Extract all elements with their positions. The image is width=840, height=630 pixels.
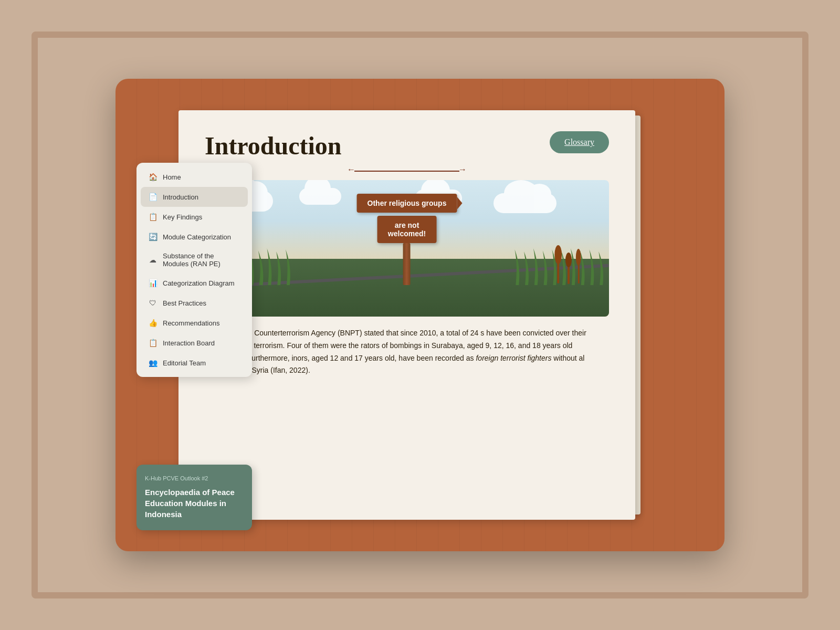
sidebar-label-interaction-board: Interaction Board <box>163 339 215 347</box>
cloud-2 <box>299 188 341 205</box>
sign-bottom: are not welcomed! <box>377 216 436 243</box>
team-icon: 👥 <box>148 358 158 368</box>
board-icon: 📋 <box>148 338 158 348</box>
sign-top: Other religious groups <box>357 194 457 213</box>
shield-icon: 🛡 <box>148 298 158 308</box>
cloud-3 <box>494 193 556 213</box>
outer-border: Introduction Glossary <box>32 32 808 598</box>
app-window: Introduction Glossary <box>116 79 724 551</box>
sidebar-item-recommendations[interactable]: 👍 Recommendations <box>141 313 248 333</box>
home-icon: 🏠 <box>148 172 158 182</box>
page-title: Introduction <box>205 131 342 160</box>
thumbsup-icon: 👍 <box>148 318 158 328</box>
sidebar-item-key-findings[interactable]: 📋 Key Findings <box>141 207 248 227</box>
sidebar-label-module-cat: Module Categorization <box>163 233 231 241</box>
sidebar-item-introduction[interactable]: 📄 Introduction <box>141 187 248 207</box>
sidebar-label-diagram: Categorization Diagram <box>163 279 235 287</box>
sidebar-item-interaction-board[interactable]: 📋 Interaction Board <box>141 333 248 353</box>
sidebar-label-home: Home <box>163 173 181 181</box>
paper-header: Introduction Glossary <box>205 131 609 160</box>
bottom-card-title: Encyclopaedia of Peace Education Modules… <box>145 487 244 520</box>
chart-icon: 📊 <box>148 278 158 288</box>
sidebar-item-editorial-team[interactable]: 👥 Editorial Team <box>141 353 248 373</box>
grass-svg <box>205 243 609 285</box>
sidebar-item-substance[interactable]: ☁ Substance of the Modules (RAN PE) <box>141 247 248 273</box>
glossary-button[interactable]: Glossary <box>550 131 609 153</box>
sidebar-label-introduction: Introduction <box>163 193 198 201</box>
svg-point-7 <box>554 245 562 264</box>
bottom-card: K-Hub PCVE Outlook #2 Encyclopaedia of P… <box>136 465 252 530</box>
sidebar-item-diagram[interactable]: 📊 Categorization Diagram <box>141 273 248 293</box>
bottom-card-label: K-Hub PCVE Outlook #2 <box>145 475 244 481</box>
svg-point-11 <box>576 249 581 266</box>
cycle-icon: 🔄 <box>148 232 158 242</box>
arrow-line <box>354 171 459 172</box>
clipboard-icon: 📋 <box>148 212 158 222</box>
cloud-icon: ☁ <box>148 255 158 265</box>
arrow-divider <box>205 171 609 172</box>
sidebar-item-home[interactable]: 🏠 Home <box>141 167 248 187</box>
sidebar-label-editorial: Editorial Team <box>163 359 206 367</box>
document-icon: 📄 <box>148 192 158 202</box>
sidebar-item-best-practices[interactable]: 🛡 Best Practices <box>141 293 248 313</box>
sidebar-label-key-findings: Key Findings <box>163 213 202 221</box>
svg-point-9 <box>565 253 572 267</box>
sidebar-item-module-categorization[interactable]: 🔄 Module Categorization <box>141 227 248 247</box>
illustration-area: Other religious groups are not welcomed! <box>205 180 609 317</box>
paper-body: 2, the National Counterterrorism Agency … <box>205 327 609 377</box>
sidebar: 🏠 Home 📄 Introduction 📋 Key Findings 🔄 M… <box>136 163 252 377</box>
sidebar-label-substance: Substance of the Modules (RAN PE) <box>163 252 240 268</box>
sidebar-label-recommendations: Recommendations <box>163 319 219 327</box>
sidebar-label-best-practices: Best Practices <box>163 299 206 307</box>
